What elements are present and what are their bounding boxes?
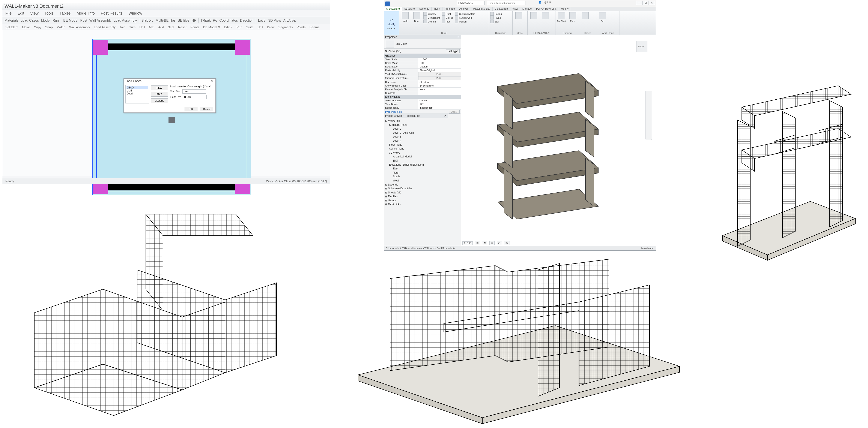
roof-button[interactable]: Roof bbox=[442, 12, 453, 15]
toolbar-item[interactable]: Segments bbox=[278, 25, 293, 29]
menu-bar[interactable]: File Edit View Tools Tables Model Info P… bbox=[2, 10, 330, 17]
property-value[interactable] bbox=[418, 91, 461, 95]
plan-view-canvas[interactable] bbox=[92, 39, 251, 195]
toolbar-item[interactable]: Slab XL bbox=[142, 19, 154, 23]
tree-node[interactable]: South bbox=[385, 174, 460, 179]
property-value[interactable]: Structural bbox=[418, 80, 461, 84]
toolbar-item[interactable]: Match bbox=[57, 25, 65, 29]
property-value[interactable]: Edit... bbox=[418, 72, 461, 76]
property-value[interactable]: None bbox=[418, 88, 461, 91]
edit-button[interactable]: EDIT bbox=[151, 92, 168, 97]
window-button[interactable]: Window bbox=[424, 12, 440, 15]
toolbar-item[interactable]: Points bbox=[190, 25, 199, 29]
maximize-button[interactable]: ☐ bbox=[643, 1, 649, 5]
toolbar-item[interactable]: Trim bbox=[129, 25, 135, 29]
toolbar-item[interactable]: Mat bbox=[149, 25, 154, 29]
close-icon[interactable]: ✕ bbox=[444, 114, 446, 118]
toolbar-item[interactable]: BE files bbox=[178, 19, 189, 23]
property-row[interactable]: Detail LevelMedium bbox=[384, 65, 461, 69]
ribbon-tab[interactable]: Structure bbox=[402, 7, 417, 11]
view-control-bar[interactable]: 1 : 100 ▦ ◩ ☀ ◐ ⌧ bbox=[462, 241, 510, 245]
property-row[interactable]: View Template<None> bbox=[384, 99, 461, 102]
close-button[interactable]: ✕ bbox=[649, 1, 655, 5]
delete-button[interactable]: DELETE bbox=[151, 98, 168, 103]
property-value[interactable]: Independent bbox=[418, 106, 461, 109]
toolbar-2[interactable]: Sel ElemMoveCopySnapMatchWall AssemblyLo… bbox=[2, 24, 330, 30]
load-case-list[interactable]: DEAD LIVE Dead bbox=[125, 85, 149, 103]
tree-node[interactable]: Ceiling Plans bbox=[385, 147, 460, 151]
toolbar-item[interactable]: Snap bbox=[45, 25, 53, 29]
property-value[interactable]: 100 bbox=[418, 61, 461, 65]
view-scale[interactable]: 1 : 100 bbox=[462, 241, 473, 245]
tree-node[interactable]: ⊟ Sheets (all) bbox=[385, 191, 460, 195]
floor-sw-input[interactable] bbox=[183, 95, 207, 99]
tree-node[interactable]: North bbox=[385, 171, 460, 175]
property-row[interactable]: View Scale1 : 100 bbox=[384, 58, 461, 61]
tree-node[interactable]: Level 2 bbox=[385, 127, 460, 131]
ribbon-tab[interactable]: PLPAK-Revit Link bbox=[534, 7, 559, 11]
toolbar-item[interactable]: Join bbox=[119, 25, 125, 29]
detail-level-icon[interactable]: ▦ bbox=[475, 241, 480, 245]
opening-panel[interactable]: By Shaft Face Opening bbox=[555, 11, 579, 35]
set-workplane-button[interactable]: Set bbox=[597, 12, 607, 31]
own-sw-input[interactable] bbox=[182, 89, 206, 94]
toolbar-item[interactable]: Post bbox=[81, 19, 87, 23]
menu-tools[interactable]: Tools bbox=[44, 11, 54, 15]
beam-bottom[interactable] bbox=[108, 184, 235, 191]
list-item[interactable]: LIVE bbox=[126, 89, 148, 92]
toolbar-item[interactable]: Re bbox=[213, 19, 217, 23]
component-button[interactable]: Component bbox=[424, 16, 440, 20]
instance-selector[interactable]: 3D View: {3D} bbox=[385, 50, 401, 53]
edit-type-button[interactable]: Edit Type bbox=[446, 49, 460, 53]
menu-window[interactable]: Window bbox=[128, 11, 142, 15]
toolbar-item[interactable]: Load Assembly bbox=[114, 19, 137, 23]
toolbar-item[interactable]: Edit X bbox=[224, 25, 232, 29]
property-value[interactable]: Show Original bbox=[418, 69, 461, 72]
ribbon-tab[interactable]: Modify bbox=[559, 7, 571, 11]
property-value[interactable]: <None> bbox=[418, 99, 461, 102]
project-browser[interactable]: Project Browser - Project17.rvt✕ ⊟ Views… bbox=[384, 113, 461, 207]
toolbar-item[interactable]: Suite bbox=[246, 25, 253, 29]
minimize-button[interactable]: — bbox=[636, 1, 642, 5]
room-area-panel[interactable]: Room & Area ▾ bbox=[528, 11, 555, 35]
menu-tables[interactable]: Tables bbox=[60, 11, 71, 15]
ribbon-tab[interactable]: Annotate bbox=[442, 7, 457, 11]
toolbar-item[interactable]: Draw bbox=[267, 25, 274, 29]
property-value[interactable]: By Discipline bbox=[418, 84, 461, 88]
toolbar-item[interactable]: Wall Assembly bbox=[69, 25, 90, 29]
column-top-left[interactable] bbox=[93, 40, 108, 55]
toolbar-item[interactable]: Level bbox=[258, 19, 266, 23]
tree-node[interactable]: West bbox=[385, 179, 460, 183]
close-icon[interactable]: ✕ bbox=[210, 79, 214, 83]
ribbon-tab[interactable]: Massing & Site bbox=[471, 7, 493, 11]
build-panel[interactable]: Wall Door Window Component Column Roof C… bbox=[399, 11, 489, 35]
crop-icon[interactable]: ⌧ bbox=[504, 241, 510, 245]
ribbon-tab[interactable]: Analyze bbox=[457, 7, 471, 11]
toolbar-item[interactable]: BE Model X bbox=[203, 25, 220, 29]
property-value[interactable]: Medium bbox=[418, 65, 461, 68]
close-icon[interactable]: ✕ bbox=[458, 36, 460, 39]
tree-node[interactable]: Elevations (Building Elevation) bbox=[385, 163, 460, 167]
toolbar-item[interactable]: ArcArea bbox=[283, 19, 296, 23]
cancel-button[interactable]: Cancel bbox=[200, 107, 213, 111]
view-cube[interactable]: FRONT bbox=[634, 39, 649, 59]
wall-button[interactable]: Wall bbox=[400, 12, 410, 31]
menu-edit[interactable]: Edit bbox=[18, 11, 24, 15]
toolbar-item[interactable]: Materials bbox=[4, 19, 19, 23]
property-value[interactable]: {3D} bbox=[418, 102, 461, 106]
list-item[interactable]: DEAD bbox=[126, 86, 148, 89]
revit-app-icon[interactable] bbox=[385, 1, 390, 6]
list-item[interactable]: Dead bbox=[126, 92, 148, 95]
toolbar-item[interactable]: Run bbox=[237, 25, 243, 29]
stair-button[interactable]: Stair bbox=[490, 20, 502, 23]
tree-node[interactable]: {3D} bbox=[385, 159, 460, 163]
toolbar-item[interactable]: Unit bbox=[140, 25, 145, 29]
ribbon-tab[interactable]: Collaborate bbox=[493, 7, 510, 11]
tree-node[interactable]: ⊟ Revit Links bbox=[385, 202, 460, 206]
property-row[interactable]: View Name{3D} bbox=[384, 102, 461, 106]
toolbar-item[interactable]: 3D View bbox=[269, 19, 281, 23]
ribbon-tab[interactable]: View bbox=[510, 7, 520, 11]
apply-button[interactable]: Apply bbox=[449, 110, 460, 113]
property-row[interactable]: Parts VisibilityShow Original bbox=[384, 69, 461, 72]
floor-button[interactable]: Floor bbox=[442, 20, 453, 23]
